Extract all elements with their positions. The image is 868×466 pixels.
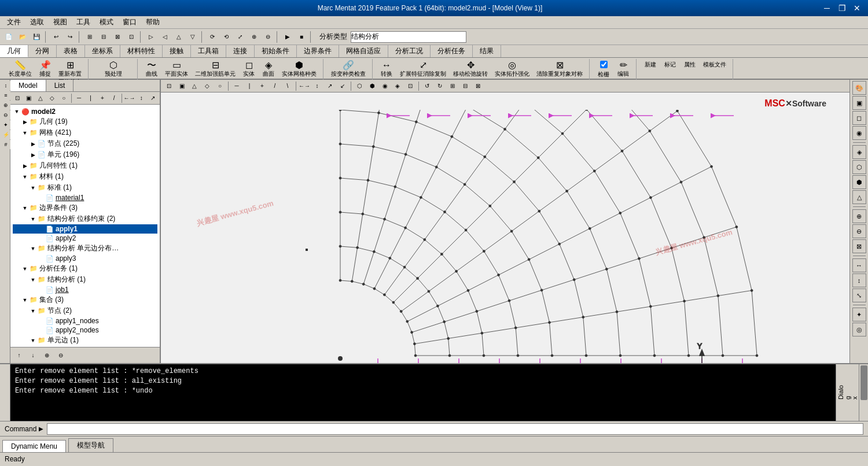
tree-material1[interactable]: ▶ 📄 material1 [13,193,157,202]
tb-btn-11[interactable]: ⟳ [206,31,219,43]
menu-file[interactable]: 文件 [2,16,25,28]
tree-struct-job[interactable]: ▼ 📁 结构分析 (1) [13,274,157,285]
vtl-btn-2[interactable]: ≡ [1,91,10,100]
vt-btn-2[interactable]: ▣ [23,93,34,103]
coord-edit-btn[interactable]: ✏编辑 [614,59,632,80]
tab-adaptive[interactable]: 网格自适应 [339,45,388,57]
nav-tab-model[interactable]: Model [10,80,46,91]
vt-main-22[interactable]: ⊞ [447,81,458,91]
rp-btn-11[interactable]: ⊠ [852,239,866,253]
restore-button[interactable]: ❐ [836,2,848,14]
nav-tb-4[interactable]: ⊖ [54,349,67,362]
premesh-btn[interactable]: ⬡预处理 [102,59,125,80]
planar-solid-btn[interactable]: ▭平面实体 [162,59,191,80]
vt-main-8[interactable]: + [256,81,268,91]
3d-view-area[interactable]: MSC✕Software 兴趣屋 www.xqu5.com 兴趣屋 www.xq… [161,93,849,363]
expand-root[interactable]: ▼ [13,108,21,116]
menu-view[interactable]: 视图 [49,16,72,28]
redo-btn[interactable]: ↪ [64,31,76,43]
vt-main-23[interactable]: ⊟ [459,81,471,91]
vt-main-2[interactable]: ▣ [176,81,187,91]
rp-btn-16[interactable]: ◎ [852,323,866,336]
tab-mesh[interactable]: 分网 [28,45,57,57]
rp-btn-4[interactable]: ◉ [852,126,866,140]
vtl-btn-6[interactable]: ⚡ [1,130,10,139]
tab-connect[interactable]: 连接 [226,45,255,57]
vt-main-11[interactable]: ←→ [299,81,310,91]
vt-btn-10[interactable]: ←→ [124,93,135,103]
vt-btn-6[interactable]: ─ [73,93,84,103]
expand-struct-disp[interactable]: ▼ [29,215,37,223]
tree-materials[interactable]: ▼ 📁 材料 (1) [13,171,157,182]
tree-mesh[interactable]: ▼ 📁 网格 (421) [13,127,157,138]
tree-apply2-nodes[interactable]: ▶ 📄 apply2_nodes [13,326,157,335]
expand-btn[interactable]: ⤢扩展特征消除复制 [397,59,449,80]
template-btn[interactable]: 模板文件 [700,59,729,71]
tree-struct-edge[interactable]: ▼ 📁 结构分析 单元边分布… [13,243,157,254]
tb-btn-7[interactable]: ▷ [145,31,157,43]
vt-main-9[interactable]: / [269,81,281,91]
expand-geometry[interactable]: ▶ [21,118,29,126]
tree-node-sets[interactable]: ▼ 📁 节点 (2) [13,305,157,316]
vt-main-3[interactable]: △ [189,81,200,91]
run-btn[interactable]: ▶ [281,31,294,43]
tb-btn-8[interactable]: ◁ [159,31,171,43]
nav-tab-list[interactable]: List [46,80,74,91]
rp-btn-1[interactable]: 🎨 [852,81,866,95]
expand-mesh[interactable]: ▼ [21,129,29,137]
tree-elements[interactable]: ▶ 📄 单元 (196) [13,149,157,160]
expand-edge-sets[interactable]: ▼ [29,336,37,345]
tb-btn-10[interactable]: ▽ [186,31,199,43]
rp-btn-13[interactable]: ↕ [852,273,866,287]
vt-btn-5[interactable]: ○ [58,93,69,103]
expand-struct-job[interactable]: ▼ [29,276,37,284]
expand-struct-edge[interactable]: ▼ [29,245,37,253]
stop-btn[interactable]: ■ [295,31,308,43]
nav-tb-3[interactable]: ⊕ [41,349,53,362]
expand-elements[interactable]: ▶ [29,151,37,159]
tree-nodes[interactable]: ▶ 📄 节点 (225) [13,138,157,149]
vt-btn-7[interactable]: | [85,93,96,103]
expand-nodes[interactable]: ▶ [29,140,37,148]
tree-root[interactable]: ▼ 🔴 model2 [13,107,157,116]
expand-jobs[interactable]: ▼ [21,265,29,273]
rp-btn-15[interactable]: ✦ [852,308,866,321]
vtl-btn-1[interactable]: ↕ [1,81,10,90]
vt-main-7[interactable]: | [244,81,255,91]
attr-btn[interactable]: 属性 [681,59,699,71]
vt-btn-12[interactable]: ↗ [148,93,159,103]
tab-analysis-case[interactable]: 分析工况 [388,45,431,57]
vt-main-17[interactable]: ◉ [379,81,391,91]
tree-apply2[interactable]: ▶ 📄 apply2 [13,234,157,243]
vtl-btn-4[interactable]: ⊖ [1,110,10,120]
console-scrollbar[interactable] [859,364,868,421]
tree-edge-sets[interactable]: ▼ 📁 单元边 (1) [13,335,157,346]
vt-main-16[interactable]: ⬢ [366,81,378,91]
2d-rib-btn[interactable]: ⊟二维加强筋单元 [192,59,238,80]
rp-btn-3[interactable]: ◻ [852,111,866,125]
rp-btn-2[interactable]: ▣ [852,96,866,110]
new-btn[interactable]: 📄 [2,31,15,43]
tree-apply1[interactable]: ▶ 📄 apply1 [13,224,157,234]
vt-main-18[interactable]: ◈ [392,81,403,91]
grid-checkbox[interactable] [600,61,608,68]
vt-btn-9[interactable]: / [108,93,119,103]
vt-btn-4[interactable]: ◇ [47,93,58,103]
tb-btn-15[interactable]: ⊖ [262,31,274,43]
tree-jobs[interactable]: ▼ 📁 分析任务 (1) [13,263,157,274]
vt-main-21[interactable]: ↻ [434,81,446,91]
rp-btn-6[interactable]: ⬡ [852,160,866,174]
rp-btn-14[interactable]: ⤡ [852,289,866,302]
tree-geometry[interactable]: ▶ 📁 几何 (19) [13,116,157,127]
tab-analysis-job[interactable]: 分析任务 [431,45,473,57]
transform-btn[interactable]: ↔转换 [377,59,396,80]
related-btn[interactable]: 🔗按变种类检查 [328,59,369,80]
tab-results[interactable]: 结果 [473,45,501,57]
rp-btn-9[interactable]: ⊕ [852,209,866,223]
rp-btn-5[interactable]: ◈ [852,145,866,159]
tb-btn-6[interactable]: ⊡ [125,31,138,43]
vt-main-4[interactable]: ◇ [201,81,213,91]
menu-help[interactable]: 帮助 [141,16,164,28]
menu-window[interactable]: 窗口 [118,16,141,28]
minimize-button[interactable]: ─ [821,2,833,14]
